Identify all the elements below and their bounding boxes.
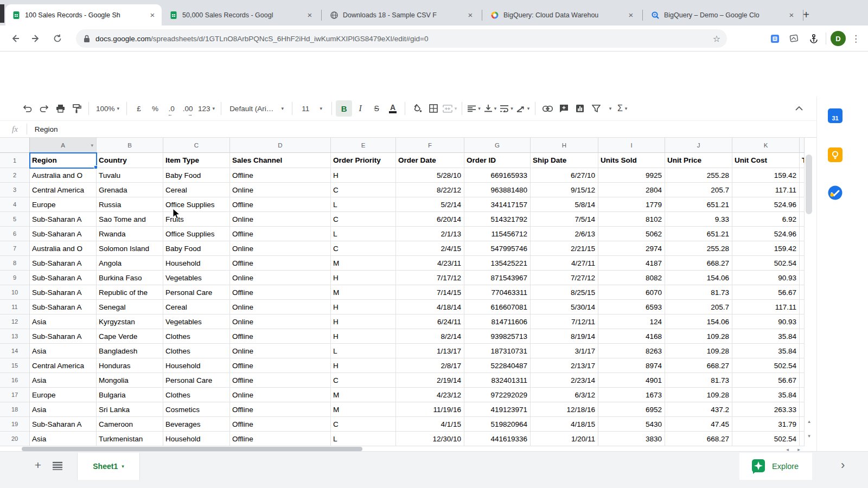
cell[interactable]: 2/19/14 [396,373,464,388]
cell[interactable]: Offline [230,227,331,241]
more-formats-button[interactable]: 123 ▾ [196,100,217,117]
explore-button[interactable]: Explore [739,453,812,480]
cell[interactable]: 2/21/15 [531,241,598,256]
cell[interactable] [800,197,805,212]
italic-button[interactable]: I [352,100,368,117]
cell[interactable]: 6/27/10 [531,168,598,183]
cell[interactable]: Central America [30,183,97,197]
cell[interactable]: C [331,212,396,227]
cell[interactable]: 135425221 [464,256,531,271]
column-header-B[interactable]: B [97,138,163,153]
cell[interactable]: 8/19/14 [531,329,598,344]
cell[interactable]: 616607081 [464,300,531,314]
cell[interactable]: 2/23/14 [531,373,598,388]
cell[interactable] [800,344,805,358]
cell[interactable] [800,227,805,241]
vertical-scrollbar-thumb[interactable] [806,155,812,214]
row-header-19[interactable]: 19 [0,417,30,432]
cell[interactable]: 4168 [598,329,665,344]
keep-icon[interactable] [828,147,843,162]
close-icon[interactable]: × [787,10,796,20]
browser-tab-downloads[interactable]: Downloads 18 - Sample CSV F × [323,4,480,25]
cell[interactable]: Offline [230,197,331,212]
row-header-3[interactable]: 3 [0,183,30,197]
fill-handle[interactable] [94,165,98,169]
row-header-2[interactable]: 2 [0,168,30,183]
cell[interactable]: Sub-Saharan A [30,285,97,300]
row-header-9[interactable]: 9 [0,271,30,285]
cell[interactable]: Personal Care [163,285,230,300]
filter-button[interactable] [588,100,604,117]
cell[interactable]: 47.45 [665,417,732,432]
cell[interactable]: 502.54 [732,358,800,373]
cell[interactable]: 7/14/15 [396,285,464,300]
formula-input[interactable]: Region [35,125,816,133]
insert-comment-button[interactable] [556,100,572,117]
cell[interactable]: 6593 [598,300,665,314]
row-header-5[interactable]: 5 [0,212,30,227]
cell[interactable]: 441619336 [464,432,531,446]
text-rotation-button[interactable]: ▾ [515,100,531,117]
cell[interactable] [800,388,805,402]
cell[interactable]: Offline [230,285,331,300]
cell[interactable] [800,256,805,271]
functions-button[interactable]: Σ ▾ [614,100,630,117]
cell[interactable]: Republic of the [97,285,163,300]
cell[interactable]: 341417157 [464,197,531,212]
scroll-up-button[interactable]: ▴ [805,415,813,427]
cell[interactable]: 35.84 [732,329,800,344]
tasks-icon[interactable] [828,185,843,200]
cell[interactable]: 5/2/14 [396,197,464,212]
cell[interactable] [800,285,805,300]
cell[interactable]: Country [97,153,163,168]
cell[interactable]: M [331,256,396,271]
cell[interactable] [800,271,805,285]
cell[interactable]: 8974 [598,358,665,373]
cell[interactable]: Australia and O [30,241,97,256]
cell[interactable]: 11/19/16 [396,402,464,417]
cell[interactable]: Sub-Saharan A [30,256,97,271]
cell[interactable]: 56.67 [732,285,800,300]
vertical-align-button[interactable]: ▾ [482,100,499,117]
cell[interactable] [800,417,805,432]
cell[interactable]: Turkmenistan [97,432,163,446]
address-bar[interactable]: docs.google.com/spreadsheets/d/1GTLnO8Ar… [76,29,727,48]
cell[interactable]: 832401311 [464,373,531,388]
cell[interactable]: Sri Lanka [97,402,163,417]
cell[interactable]: 154.06 [665,314,732,329]
cell[interactable]: 5430 [598,417,665,432]
cell[interactable]: Asia [30,314,97,329]
cell[interactable]: H [331,168,396,183]
cell[interactable]: Honduras [97,358,163,373]
horizontal-scrollbar-thumb[interactable] [22,447,362,451]
cell[interactable]: 6/24/11 [396,314,464,329]
cell[interactable]: Mongolia [97,373,163,388]
cell[interactable]: 7/17/12 [396,271,464,285]
cell[interactable]: Beverages [163,417,230,432]
cell[interactable]: Order Date [396,153,464,168]
cell[interactable]: Bangladesh [97,344,163,358]
cell[interactable]: 90.93 [732,271,800,285]
cell[interactable]: Personal Care [163,373,230,388]
calendar-icon[interactable]: 31 [828,108,843,123]
cell[interactable]: Sub-Saharan A [30,300,97,314]
cell[interactable]: 263.33 [732,402,800,417]
cell[interactable]: Asia [30,402,97,417]
cell[interactable]: C [331,417,396,432]
cell[interactable]: Cereal [163,183,230,197]
cell[interactable]: Offline [230,373,331,388]
cell[interactable]: Item Type [163,153,230,168]
cell[interactable]: 9.33 [665,212,732,227]
browser-tab-sheets-50000[interactable]: 50,000 Sales Records - Googl × [163,4,319,25]
cell[interactable]: 514321792 [464,212,531,227]
cell[interactable]: 3830 [598,432,665,446]
cell[interactable]: Online [230,271,331,285]
cell[interactable]: Offline [230,417,331,432]
back-button[interactable] [8,31,23,46]
cell[interactable]: 5/30/14 [531,300,598,314]
row-header-11[interactable]: 11 [0,300,30,314]
close-icon[interactable]: × [305,10,315,20]
cell[interactable]: 8102 [598,212,665,227]
cell[interactable]: Online [230,183,331,197]
cell[interactable]: C [331,183,396,197]
